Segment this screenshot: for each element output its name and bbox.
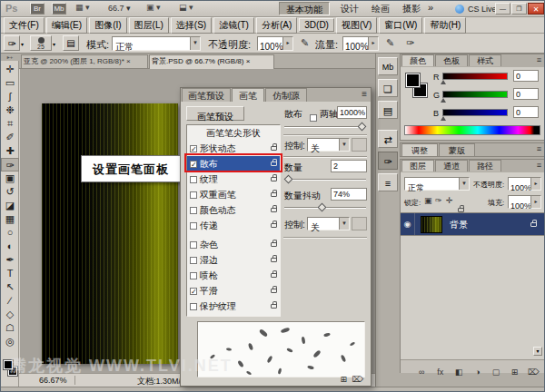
menu-select[interactable]: 选择(S) (171, 17, 212, 34)
tool-rectangular-marquee[interactable]: ▭ (1, 76, 19, 90)
tab-swatches[interactable]: 色板 (435, 54, 468, 66)
canvas-image[interactable] (42, 103, 178, 364)
option-texture[interactable]: ✓ 纹理 (187, 172, 280, 187)
lock-icon[interactable] (271, 208, 277, 212)
tip-shape-row[interactable]: 画笔笔尖形状 (187, 125, 280, 141)
layer-style-fx-icon[interactable]: fx (433, 368, 448, 377)
control1-arrow-icon[interactable]: ▼ (339, 139, 349, 151)
option-color-dynamics[interactable]: ✓ 颜色动态 (187, 202, 280, 218)
menu-help[interactable]: 帮助(H) (424, 17, 466, 34)
new-brush-icon[interactable]: ⊞ (340, 375, 347, 384)
foreground-color-swatch[interactable] (4, 360, 13, 369)
tool-eraser[interactable]: ◪ (1, 199, 19, 212)
layer-name[interactable]: 背景 (450, 219, 468, 231)
info-panel-icon[interactable]: ▤ (378, 101, 398, 119)
channel-g-field[interactable]: 0 (513, 88, 539, 100)
scatter-value-field[interactable]: 1000% (337, 106, 367, 119)
option-protect-texture[interactable]: ✓ 保护纹理 (187, 299, 280, 314)
checkbox-unchecked[interactable]: ✓ (190, 222, 197, 230)
menu-file[interactable]: 文件(F) (4, 17, 45, 34)
mini-bridge-panel-icon[interactable]: Mb (378, 57, 398, 75)
tool-quick-selection[interactable]: ❉ (1, 103, 19, 117)
new-group-icon[interactable]: ▢ (489, 368, 503, 377)
toggle-brush-panel-icon[interactable]: ▤ (63, 35, 79, 51)
workspace-more-chevron[interactable]: » (428, 2, 433, 13)
brush-panel-icon-active[interactable]: ✑ (378, 152, 398, 170)
tab-channels[interactable]: 通道 (435, 160, 468, 172)
mode-select-arrow-icon[interactable]: ▼ (190, 37, 200, 50)
toolbox-grip[interactable]: ▸+ (1, 54, 19, 61)
both-axes-checkbox[interactable]: ✓ (310, 109, 317, 125)
lock-icon[interactable] (271, 258, 277, 262)
tool-healing-brush[interactable]: ✚ (1, 144, 19, 158)
tool-pen[interactable]: ✒ (1, 253, 19, 267)
count-value-field[interactable]: 2 (331, 160, 367, 172)
tool-zoom[interactable]: ◎ (1, 335, 19, 348)
close-button[interactable]: ✕ (528, 3, 544, 15)
menu-view[interactable]: 视图(V) (336, 17, 377, 34)
panel-menu-icon[interactable]: ≡ (537, 55, 541, 64)
checkbox-checked[interactable]: ✓ (190, 145, 197, 152)
count-jitter-value-field[interactable]: 74% (331, 188, 367, 201)
tool-hand[interactable]: ☖ (1, 321, 19, 335)
bridge-icon[interactable]: Br (30, 3, 45, 15)
layer-row-background[interactable]: ◉ 背景 (401, 212, 544, 236)
lock-icon[interactable] (271, 304, 277, 309)
scatter-slider[interactable] (284, 126, 366, 128)
checkbox-unchecked[interactable]: ✓ (190, 272, 197, 279)
menu-analysis[interactable]: 分析(A) (256, 17, 297, 34)
workspace-design-button[interactable]: 设计 (335, 2, 364, 15)
lock-pixels-icon[interactable]: ✑ (435, 196, 442, 205)
tool-preset-icon[interactable]: ✑ (4, 35, 20, 51)
lock-icon[interactable] (271, 273, 277, 278)
tool-type[interactable]: T (1, 267, 19, 280)
flow-field[interactable]: 100% ▸ (342, 36, 379, 51)
channel-g-thumb[interactable] (441, 98, 446, 103)
checkbox-unchecked[interactable]: ✓ (190, 191, 197, 199)
lock-position-icon[interactable]: ✛ (446, 196, 453, 205)
menu-filter[interactable]: 滤镜(T) (213, 17, 254, 34)
tool-blur[interactable]: ○ (1, 226, 19, 240)
layers-scroll-arrow[interactable]: ▾ (533, 347, 542, 356)
layer-thumbnail[interactable] (421, 216, 442, 233)
workspace-basic-button[interactable]: 基本功能 (279, 2, 330, 15)
opacity-spin-icon[interactable]: ▸ (530, 178, 540, 190)
option-transfer[interactable]: ✓ 传递 (187, 218, 280, 233)
color-fg-swatch[interactable] (406, 74, 420, 87)
minimize-button[interactable]: — (495, 3, 510, 15)
doc-tab-inactive[interactable]: 亚克 @ 200% (图层 1, RGB/8)* × (21, 54, 148, 69)
tool-move[interactable]: ✛ (1, 63, 19, 76)
tab-layers[interactable]: 图层 (401, 160, 434, 172)
lock-icon[interactable] (271, 177, 277, 181)
lock-icon[interactable] (271, 242, 277, 247)
tool-line-shape[interactable]: ∕ (1, 294, 19, 308)
menu-image[interactable]: 图像(I) (89, 17, 126, 34)
workspace-paint-button[interactable]: 绘画 (366, 2, 395, 15)
brush-preset-arrow-icon[interactable]: ▾ (53, 41, 55, 47)
tool-crop[interactable]: ⌗ (1, 117, 19, 131)
slider-thumb[interactable] (358, 122, 367, 132)
menu-window[interactable]: 窗口(W) (379, 17, 422, 34)
lock-icon[interactable] (271, 223, 277, 228)
brush-preset-picker[interactable]: 25 (30, 35, 52, 51)
mode-select[interactable]: 正常 ▼ (112, 36, 201, 51)
blend-mode-select[interactable]: 正常 ▼ (404, 177, 470, 191)
tool-history-brush[interactable]: ↺ (1, 185, 19, 199)
option-airbrush[interactable]: ✓ 喷枪 (187, 268, 280, 283)
channel-g-slider[interactable] (442, 91, 508, 98)
option-noise[interactable]: ✓ 杂色 (187, 237, 280, 252)
screen-mode-icon[interactable]: ⬓ ▾ (179, 3, 193, 12)
tab-adjustments[interactable]: 调整 (401, 143, 438, 156)
tab-paths[interactable]: 路径 (469, 160, 501, 172)
lock-icon[interactable] (271, 289, 277, 293)
menu-layer[interactable]: 图层(L) (129, 17, 169, 34)
restore-button[interactable]: ❐ (511, 3, 527, 15)
channel-r-thumb[interactable] (441, 80, 446, 84)
option-wet-edges[interactable]: ✓ 湿边 (187, 252, 280, 268)
panel-menu-icon[interactable]: ≡ (362, 89, 367, 99)
color-spectrum-ramp[interactable] (404, 125, 540, 135)
checkbox-unchecked[interactable]: ✓ (190, 176, 197, 183)
channel-r-slider[interactable] (442, 73, 508, 80)
control2-select[interactable]: 关 ▼ (307, 217, 350, 230)
option-dual-brush[interactable]: ✓ 双重画笔 (187, 187, 280, 202)
